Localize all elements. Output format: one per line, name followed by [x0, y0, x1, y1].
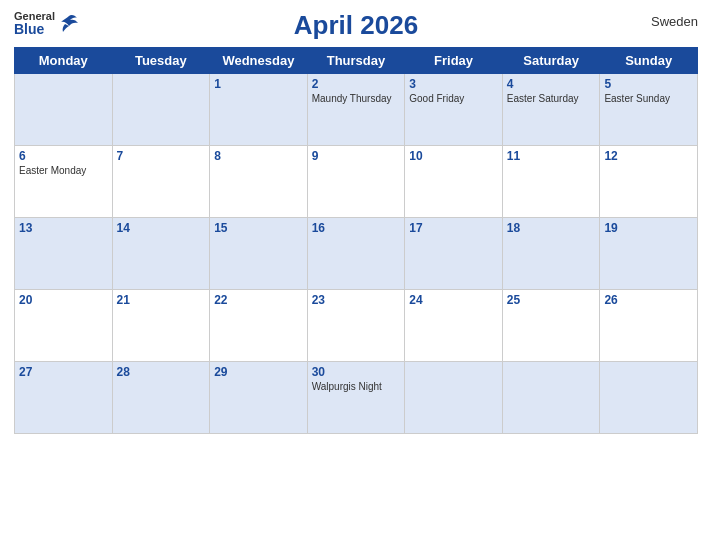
- day-number: 24: [409, 293, 498, 307]
- day-number: 17: [409, 221, 498, 235]
- day-number: 3: [409, 77, 498, 91]
- day-number: 19: [604, 221, 693, 235]
- calendar-title: April 2026: [294, 10, 418, 41]
- calendar-cell: 1: [210, 74, 308, 146]
- calendar-cell: [15, 74, 113, 146]
- day-number: 21: [117, 293, 206, 307]
- calendar-cell: 19: [600, 218, 698, 290]
- calendar-cell: 12: [600, 146, 698, 218]
- calendar-cell: 11: [502, 146, 600, 218]
- calendar-cell: 27: [15, 362, 113, 434]
- day-number: 5: [604, 77, 693, 91]
- calendar-cell: 28: [112, 362, 210, 434]
- holiday-label: Easter Sunday: [604, 93, 693, 105]
- calendar-week-row: 27282930Walpurgis Night: [15, 362, 698, 434]
- day-number: 9: [312, 149, 401, 163]
- calendar-week-row: 20212223242526: [15, 290, 698, 362]
- calendar-cell: 13: [15, 218, 113, 290]
- page-container: General Blue April 2026 Sweden Monday Tu…: [0, 0, 712, 550]
- calendar-week-row: 6Easter Monday789101112: [15, 146, 698, 218]
- day-number: 27: [19, 365, 108, 379]
- calendar-table: Monday Tuesday Wednesday Thursday Friday…: [14, 47, 698, 434]
- holiday-label: Walpurgis Night: [312, 381, 401, 393]
- day-number: 26: [604, 293, 693, 307]
- calendar-cell: 16: [307, 218, 405, 290]
- logo: General Blue: [14, 10, 79, 37]
- calendar-cell: 8: [210, 146, 308, 218]
- holiday-label: Easter Monday: [19, 165, 108, 177]
- calendar-cell: 3Good Friday: [405, 74, 503, 146]
- day-number: 2: [312, 77, 401, 91]
- day-number: 22: [214, 293, 303, 307]
- col-saturday: Saturday: [502, 48, 600, 74]
- holiday-label: Maundy Thursday: [312, 93, 401, 105]
- calendar-cell: 14: [112, 218, 210, 290]
- day-number: 16: [312, 221, 401, 235]
- calendar-cell: [600, 362, 698, 434]
- day-number: 6: [19, 149, 108, 163]
- calendar-cell: 22: [210, 290, 308, 362]
- calendar-cell: 9: [307, 146, 405, 218]
- calendar-cell: [112, 74, 210, 146]
- calendar-cell: 20: [15, 290, 113, 362]
- calendar-week-row: 13141516171819: [15, 218, 698, 290]
- day-number: 10: [409, 149, 498, 163]
- calendar-cell: 17: [405, 218, 503, 290]
- calendar-cell: 25: [502, 290, 600, 362]
- day-number: 7: [117, 149, 206, 163]
- calendar-cell: 24: [405, 290, 503, 362]
- calendar-cell: 21: [112, 290, 210, 362]
- day-number: 11: [507, 149, 596, 163]
- col-friday: Friday: [405, 48, 503, 74]
- day-number: 12: [604, 149, 693, 163]
- col-tuesday: Tuesday: [112, 48, 210, 74]
- calendar-cell: [502, 362, 600, 434]
- col-sunday: Sunday: [600, 48, 698, 74]
- logo-blue-text: Blue: [14, 22, 55, 37]
- col-wednesday: Wednesday: [210, 48, 308, 74]
- calendar-header-row: Monday Tuesday Wednesday Thursday Friday…: [15, 48, 698, 74]
- day-number: 28: [117, 365, 206, 379]
- calendar-cell: 18: [502, 218, 600, 290]
- day-number: 18: [507, 221, 596, 235]
- logo-bird-icon: [57, 14, 79, 34]
- calendar-cell: 7: [112, 146, 210, 218]
- day-number: 30: [312, 365, 401, 379]
- holiday-label: Easter Saturday: [507, 93, 596, 105]
- calendar-cell: [405, 362, 503, 434]
- day-number: 23: [312, 293, 401, 307]
- calendar-cell: 6Easter Monday: [15, 146, 113, 218]
- day-number: 13: [19, 221, 108, 235]
- day-number: 4: [507, 77, 596, 91]
- day-number: 29: [214, 365, 303, 379]
- day-number: 15: [214, 221, 303, 235]
- day-number: 25: [507, 293, 596, 307]
- calendar-cell: 5Easter Sunday: [600, 74, 698, 146]
- day-number: 20: [19, 293, 108, 307]
- col-monday: Monday: [15, 48, 113, 74]
- calendar-cell: 4Easter Saturday: [502, 74, 600, 146]
- calendar-header: General Blue April 2026 Sweden: [14, 10, 698, 41]
- calendar-cell: 2Maundy Thursday: [307, 74, 405, 146]
- col-thursday: Thursday: [307, 48, 405, 74]
- calendar-cell: 23: [307, 290, 405, 362]
- calendar-cell: 15: [210, 218, 308, 290]
- country-label: Sweden: [651, 14, 698, 29]
- calendar-cell: 26: [600, 290, 698, 362]
- holiday-label: Good Friday: [409, 93, 498, 105]
- day-number: 8: [214, 149, 303, 163]
- day-number: 14: [117, 221, 206, 235]
- calendar-cell: 29: [210, 362, 308, 434]
- calendar-week-row: 12Maundy Thursday3Good Friday4Easter Sat…: [15, 74, 698, 146]
- calendar-cell: 30Walpurgis Night: [307, 362, 405, 434]
- calendar-cell: 10: [405, 146, 503, 218]
- day-number: 1: [214, 77, 303, 91]
